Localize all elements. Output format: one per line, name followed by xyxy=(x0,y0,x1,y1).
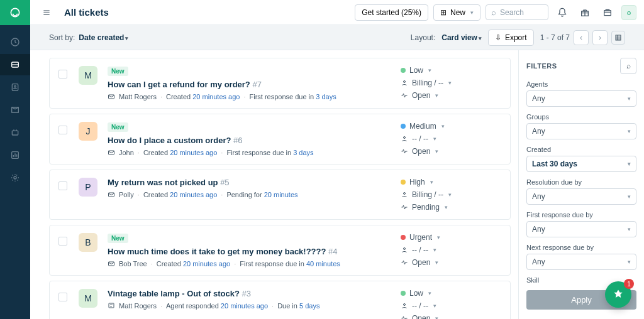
filter-created-select[interactable]: Last 30 days▾ xyxy=(526,156,636,172)
ticket-assign[interactable]: Billing / --▾ xyxy=(401,78,501,87)
filter-resolution-label: Resolution due by xyxy=(526,178,636,186)
ticket-priority[interactable]: Low▾ xyxy=(401,66,501,75)
pulse-icon xyxy=(401,259,408,266)
search-icon: ⌕ xyxy=(491,8,496,17)
gift-icon[interactable] xyxy=(576,4,594,21)
ticket-subject[interactable]: My return was not picked up #5 xyxy=(108,178,230,187)
nav-logo[interactable] xyxy=(0,0,30,25)
filter-next-response-select[interactable]: Any▾ xyxy=(526,254,636,270)
table-view-icon[interactable] xyxy=(611,31,625,45)
ticket-status[interactable]: Open▾ xyxy=(401,147,501,156)
ticket-priority[interactable]: Medium▾ xyxy=(401,122,501,131)
ticket-reporter: John xyxy=(119,149,134,156)
source-icon xyxy=(108,93,115,100)
ticket-card[interactable]: B New How much time does it take to get … xyxy=(49,225,511,276)
ticket-card[interactable]: M New How can I get a refund for my orde… xyxy=(49,58,511,109)
layout-dropdown[interactable]: Card view▾ xyxy=(441,33,482,42)
nav-settings[interactable] xyxy=(0,167,30,188)
filter-created-label: Created xyxy=(526,146,636,153)
ticket-card[interactable]: J New How do I place a custom order? #6 … xyxy=(49,114,511,165)
user-icon xyxy=(401,79,408,87)
next-page-button[interactable]: › xyxy=(592,30,608,45)
chevron-down-icon: ▾ xyxy=(479,35,482,41)
ticket-reporter: Matt Rogers xyxy=(119,302,157,310)
ticket-checkbox[interactable] xyxy=(58,237,67,246)
ticket-priority[interactable]: High▾ xyxy=(401,178,501,187)
svg-point-4 xyxy=(14,85,16,87)
pagination: 1 - 7 of 7 ‹ › xyxy=(540,30,625,45)
freshworks-fab[interactable]: 1 xyxy=(605,281,631,308)
ticket-subject[interactable]: How much time does it take to get my mon… xyxy=(108,247,338,256)
filter-agents-select[interactable]: Any▾ xyxy=(526,90,636,107)
due-label: First response due in 40 minutes xyxy=(240,260,340,268)
ticket-assign[interactable]: -- / --▾ xyxy=(401,301,501,310)
filter-first-response-label: First response due by xyxy=(526,211,636,219)
chevron-down-icon: ▾ xyxy=(470,9,474,16)
ticket-id: #5 xyxy=(220,178,229,187)
bell-icon[interactable] xyxy=(553,4,571,21)
svg-point-18 xyxy=(404,248,406,250)
created-label: Created 20 minutes ago xyxy=(143,191,217,198)
ticket-status[interactable]: Open▾ xyxy=(401,91,501,100)
nav-dashboard[interactable] xyxy=(0,31,30,53)
filter-first-response-select[interactable]: Any▾ xyxy=(526,221,636,237)
filter-resolution-select[interactable]: Any▾ xyxy=(526,188,636,205)
sort-dropdown[interactable]: Date created▾ xyxy=(79,33,128,42)
ticket-id: #3 xyxy=(242,289,251,298)
marketplace-icon[interactable] xyxy=(599,4,616,21)
nav-contacts[interactable] xyxy=(0,77,30,98)
svg-point-20 xyxy=(404,304,406,306)
ticket-assign[interactable]: Billing / --▾ xyxy=(401,190,501,199)
contact-avatar: J xyxy=(79,122,97,141)
export-icon: ⇩ xyxy=(495,33,501,42)
svg-rect-5 xyxy=(12,131,18,135)
new-button[interactable]: ⊞New▾ xyxy=(433,4,480,21)
filter-search-icon[interactable]: ⌕ xyxy=(620,58,636,74)
ticket-subject[interactable]: How do I place a custom order? #6 xyxy=(108,136,243,145)
due-label: First response due in 3 days xyxy=(249,93,336,100)
source-icon xyxy=(108,260,115,268)
contact-avatar: M xyxy=(79,289,97,308)
due-label: Due in 5 days xyxy=(277,302,319,310)
nav-reports[interactable] xyxy=(0,144,30,166)
ticket-checkbox[interactable] xyxy=(58,181,67,190)
ticket-priority[interactable]: Low▾ xyxy=(401,289,501,298)
export-button[interactable]: ⇩Export xyxy=(488,30,534,46)
search-input[interactable]: ⌕Search xyxy=(486,4,548,20)
ticket-card[interactable]: M Vintage table lamp - Out of stock? #3 … xyxy=(49,281,511,319)
ticket-checkbox[interactable] xyxy=(58,126,67,134)
user-icon xyxy=(401,191,408,198)
ticket-reporter: Polly xyxy=(119,191,134,198)
due-label: First response due in 3 days xyxy=(226,149,313,156)
ticket-subject[interactable]: How can I get a refund for my order? #7 xyxy=(108,80,262,89)
nav-solutions[interactable] xyxy=(0,99,30,121)
ticket-status[interactable]: Pending▾ xyxy=(401,203,501,212)
created-label: Created 20 minutes ago xyxy=(157,260,230,268)
filter-agents-label: Agents xyxy=(526,80,636,88)
ticket-status[interactable]: Open▾ xyxy=(401,314,501,319)
filter-next-response-label: Next response due by xyxy=(526,244,636,251)
menu-icon[interactable] xyxy=(38,4,55,21)
get-started-button[interactable]: Get started (25%) xyxy=(355,4,428,21)
user-icon xyxy=(401,135,408,143)
filter-groups-select[interactable]: Any▾ xyxy=(526,123,636,139)
user-avatar[interactable]: o xyxy=(621,5,636,20)
nav-automation[interactable] xyxy=(0,122,30,143)
status-badge: New xyxy=(108,234,128,243)
ticket-status[interactable]: Open▾ xyxy=(401,258,501,267)
ticket-card[interactable]: P My return was not picked up #5 Polly ·… xyxy=(49,170,511,220)
prev-page-button[interactable]: ‹ xyxy=(574,30,589,45)
status-badge: New xyxy=(108,67,128,76)
source-icon xyxy=(108,149,115,156)
ticket-checkbox[interactable] xyxy=(58,70,67,78)
ticket-subject[interactable]: Vintage table lamp - Out of stock? #3 xyxy=(108,289,251,298)
ticket-checkbox[interactable] xyxy=(58,293,67,301)
ticket-priority[interactable]: Urgent▾ xyxy=(401,233,501,242)
ticket-assign[interactable]: -- / --▾ xyxy=(401,246,501,254)
ticket-assign[interactable]: -- / --▾ xyxy=(401,134,501,143)
filter-groups-label: Groups xyxy=(526,113,636,121)
nav-tickets[interactable] xyxy=(0,54,30,75)
ticket-reporter: Matt Rogers xyxy=(119,93,157,100)
svg-point-7 xyxy=(14,176,16,179)
source-icon xyxy=(108,302,115,310)
